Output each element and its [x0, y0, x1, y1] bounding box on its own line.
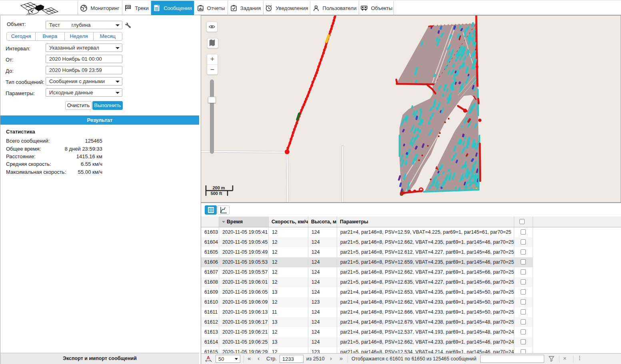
svg-text:500 ft: 500 ft [211, 191, 222, 196]
svg-text:200 m: 200 m [212, 185, 225, 190]
svg-text:A: A [207, 355, 210, 360]
